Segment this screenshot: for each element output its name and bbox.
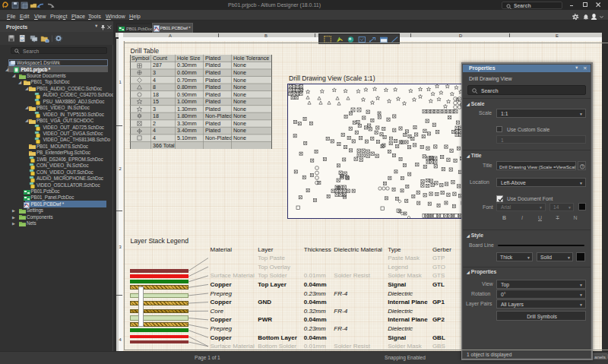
svg-text:?: ? — [581, 165, 584, 169]
